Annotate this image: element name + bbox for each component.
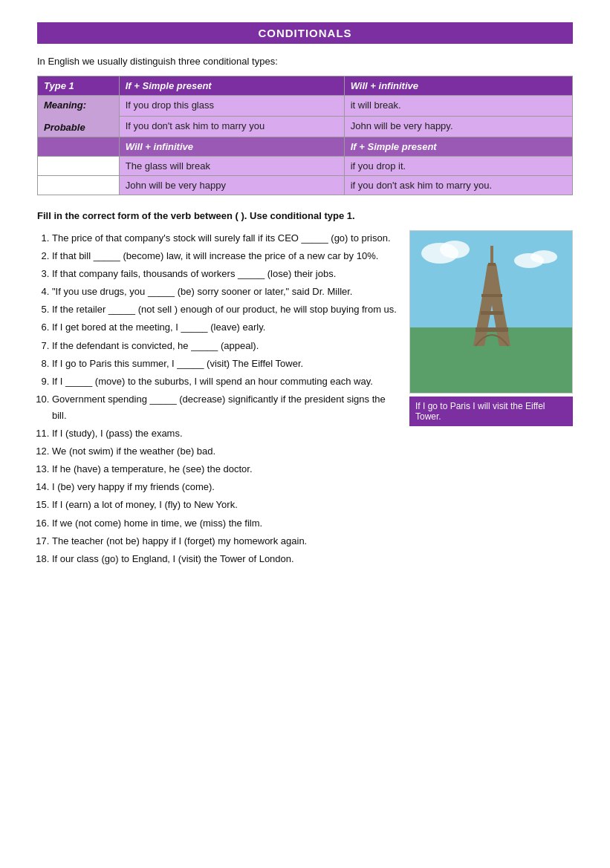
table-row-meaning: Meaning: Probable If you drop this glass… [38, 96, 573, 117]
svg-rect-1 [410, 327, 573, 394]
reverse-header-col2: Will + infinitive [119, 137, 344, 157]
meaning-label: Meaning: Probable [38, 96, 120, 137]
probable-row2-col3: John will be very happy. [344, 117, 572, 137]
list-item: If I go to Paris this summer, I _____ (v… [52, 356, 402, 372]
reverse-row1-col2: The glass will break [119, 157, 344, 176]
eiffel-tower-image [409, 230, 573, 394]
exercise-ordered-list: The price of that company's stock will s… [37, 230, 402, 567]
list-item: If the retailer _____ (not sell ) enough… [52, 301, 402, 318]
page-title: CONDITIONALS [37, 22, 573, 44]
list-item: If that company fails, thousands of work… [52, 266, 402, 282]
reverse-header-col3: If + Simple present [344, 137, 572, 157]
reverse-row2: John will be very happy if you don't ask… [38, 176, 573, 195]
eiffel-caption: If I go to Paris I will visit the Eiffel… [409, 397, 573, 426]
list-item: The price of that company's stock will s… [52, 230, 402, 247]
grammar-table: Type 1 If + Simple present Will + infini… [37, 76, 573, 195]
header-col3: Will + infinitive [344, 76, 572, 96]
list-item: If the defendant is convicted, he _____ … [52, 338, 402, 354]
list-item: If I get bored at the meeting, I _____ (… [52, 319, 402, 336]
intro-text: In English we usually distinguish three … [37, 56, 573, 67]
reverse-row1-col3: if you drop it. [344, 157, 572, 176]
list-item: We (not swim) if the weather (be) bad. [52, 443, 402, 460]
list-item: If our class (go) to England, I (visit) … [52, 551, 402, 567]
reverse-row2-col2: John will be very happy [119, 176, 344, 195]
list-item: If I (earn) a lot of money, I (fly) to N… [52, 497, 402, 513]
reverse-header-row: Will + infinitive If + Simple present [38, 137, 573, 157]
reverse-row1: The glass will break if you drop it. [38, 157, 573, 176]
list-item: If I (study), I (pass) the exams. [52, 425, 402, 442]
list-item: If he (have) a temperature, he (see) the… [52, 461, 402, 477]
list-item: The teacher (not be) happy if I (forget)… [52, 533, 402, 549]
probable-row2-col2: If you don't ask him to marry you [119, 117, 344, 137]
svg-rect-14 [488, 263, 496, 266]
header-col1: Type 1 [38, 76, 120, 96]
svg-point-3 [440, 241, 470, 258]
header-col2: If + Simple present [119, 76, 344, 96]
svg-point-5 [530, 250, 557, 264]
list-item: If that bill _____ (become) law, it will… [52, 248, 402, 264]
list-item: "If you use drugs, you _____ (be) sorry … [52, 284, 402, 300]
list-item: If I _____ (move) to the suburbs, I will… [52, 373, 402, 390]
table-header-row: Type 1 If + Simple present Will + infini… [38, 76, 573, 96]
reverse-row2-empty [38, 176, 120, 195]
exercise-list: The price of that company's stock will s… [37, 230, 402, 569]
fill-instruction: Fill in the correct form of the verb bet… [37, 210, 573, 221]
reverse-row1-empty [38, 157, 120, 176]
meaning-row1-col2: If you drop this glass [119, 96, 344, 117]
list-item: If we (not come) home in time, we (miss)… [52, 515, 402, 532]
eiffel-image-block: If I go to Paris I will visit the Eiffel… [409, 230, 573, 426]
meaning-row1-col3: it will break. [344, 96, 572, 117]
svg-rect-9 [481, 311, 503, 315]
reverse-header-empty [38, 137, 120, 157]
svg-rect-11 [481, 294, 502, 297]
list-item: I (be) very happy if my friends (come). [52, 479, 402, 495]
reverse-row2-col3: if you don't ask him to marry you. [344, 176, 572, 195]
list-item: Government spending _____ (decrease) sig… [52, 391, 402, 424]
exercise-container: The price of that company's stock will s… [37, 230, 573, 569]
svg-rect-8 [476, 327, 508, 332]
